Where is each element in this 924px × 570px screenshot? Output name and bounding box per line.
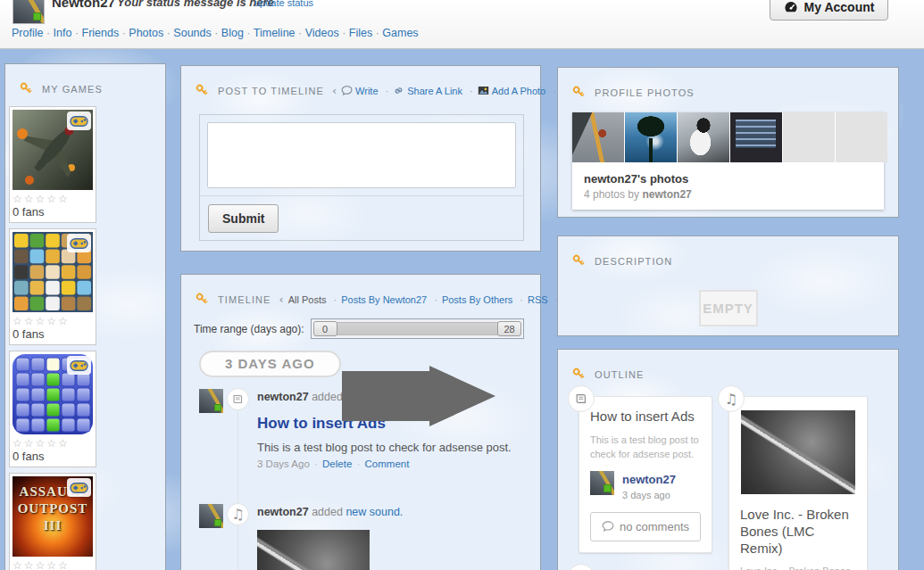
key-icon (571, 367, 587, 382)
filter-posts-by-others[interactable]: Posts By Others (442, 294, 523, 305)
my-account-button[interactable]: My Account (770, 0, 888, 21)
post-meta: 3 Days Ago Delete Comment (257, 458, 540, 469)
nav-games[interactable]: Games (382, 27, 418, 39)
outline-author-avatar[interactable] (590, 471, 614, 495)
game-title-text: III (44, 517, 62, 534)
album-title[interactable]: newton27's photos (572, 162, 884, 186)
filter-all-posts[interactable]: All Posts (288, 294, 337, 305)
post-timestamp: 3 Days Ago (257, 458, 320, 469)
nav-files[interactable]: Files (349, 27, 383, 39)
game-rating-stars[interactable]: ☆☆☆☆☆ (12, 559, 93, 570)
outline-post-time: 3 days ago (622, 490, 676, 500)
submit-button[interactable]: Submit (208, 204, 279, 233)
no-comments-button[interactable]: no comments (590, 512, 701, 541)
write-action[interactable]: Write (341, 85, 388, 96)
comment-post-link[interactable]: Comment (365, 458, 410, 469)
photo-album-card[interactable]: newton27's photos 4 photos by newton27 (572, 112, 884, 210)
post-object-link[interactable]: new sound. (345, 506, 403, 518)
timeline-post-blog: newton27 added new blog. How to insert A… (181, 388, 540, 469)
status-message: Your status message is here (117, 0, 274, 9)
profile-nav: ProfileInfoFriendsPhotosSoundsBlogTimeli… (12, 27, 419, 39)
add-photo-action[interactable]: Add A Photo (478, 85, 556, 96)
game-title-text: OUTPOST (18, 500, 88, 517)
nav-blog[interactable]: Blog (221, 27, 254, 39)
outline-music-subtitle: Love Inc. - Broken Bones (LMC Remix) (740, 564, 856, 570)
slider-track[interactable] (314, 322, 520, 335)
key-icon (195, 292, 210, 307)
user-avatar[interactable] (12, 0, 45, 24)
photo-thumbnail[interactable] (730, 112, 782, 162)
post-actions-scroller: ‹ Write Share A Link Add A Photo ♫ › (332, 84, 579, 97)
scroll-left-icon[interactable]: ‹ (279, 293, 284, 306)
game-card[interactable]: ☆☆☆☆☆ 0 fans (9, 106, 96, 223)
update-status-link[interactable]: update status (254, 0, 313, 8)
online-status-indicator (214, 404, 221, 411)
filter-rss[interactable]: RSS (528, 294, 558, 305)
comment-bubble-icon (602, 520, 614, 533)
outline-blog-excerpt: This is a test blog post to check for ad… (590, 433, 701, 462)
blog-post-type-icon (227, 388, 249, 410)
post-object-link[interactable]: new blog. (345, 391, 394, 403)
blog-badge-icon (568, 385, 595, 412)
game-rating-stars[interactable]: ☆☆☆☆☆ (12, 315, 93, 327)
outline-blog-title-link[interactable]: How to insert Ads (590, 409, 695, 424)
video-badge-icon (568, 564, 595, 570)
album-meta: 4 photos by newton27 (572, 186, 884, 201)
game-card[interactable]: ☆☆☆☆☆ 0 fans (9, 351, 96, 467)
nav-timeline[interactable]: Timeline (254, 27, 305, 39)
post-author-name[interactable]: newton27 (257, 391, 309, 403)
gamepad-badge-icon (67, 112, 91, 130)
post-author-avatar[interactable] (199, 389, 223, 413)
my-games-title: MY GAMES (42, 84, 103, 95)
outline-music-title-link[interactable]: Love Inc. - Broken Bones (LMC Remix) (740, 507, 856, 557)
outline-music-card[interactable]: ♫ Love Inc. - Broken Bones (LMC Remix) L… (728, 396, 868, 570)
filter-posts-by-newton27[interactable]: Posts By Newton27 (341, 294, 437, 305)
nav-videos[interactable]: Videos (305, 27, 349, 39)
photo-thumbnail[interactable] (572, 112, 624, 162)
game-fans-count: 0 fans (12, 327, 93, 342)
game-card[interactable]: ASSAULT OUTPOST III ☆☆☆☆☆ 0 fans (9, 473, 96, 570)
key-icon (571, 253, 587, 268)
sound-artwork-image[interactable] (257, 530, 370, 570)
photo-thumbnail[interactable] (678, 112, 729, 162)
outline-blog-card[interactable]: How to insert Ads This is a test blog po… (579, 396, 712, 553)
nav-friends[interactable]: Friends (82, 27, 129, 39)
username: Newton27 (52, 0, 115, 10)
delete-post-link[interactable]: Delete (322, 458, 352, 469)
write-label: Write (355, 86, 378, 96)
album-author[interactable]: newton27 (642, 188, 691, 201)
scroll-left-icon[interactable]: ‹ (332, 84, 337, 97)
timeline-panel: TIMELINE ‹ All Posts Posts By Newton27 P… (180, 274, 541, 570)
timeline-filters: ‹ All Posts Posts By Newton27 Posts By O… (279, 293, 575, 306)
outline-title: OUTLINE (595, 369, 644, 380)
blog-post-title-link[interactable]: How to insert Ads (257, 415, 540, 433)
post-input[interactable] (207, 122, 516, 188)
timeline-posts: newton27 added new blog. How to insert A… (181, 388, 540, 570)
nav-info[interactable]: Info (54, 27, 82, 39)
gamepad-badge-icon (67, 234, 91, 252)
photo-thumbnails (572, 112, 884, 162)
nav-photos[interactable]: Photos (129, 27, 173, 39)
timeline-post-sound: ♫ newton27 added new sound. (181, 503, 540, 570)
photo-thumbnail[interactable] (625, 112, 677, 162)
post-author-avatar[interactable] (199, 504, 223, 528)
gamepad-badge-icon (67, 356, 91, 375)
game-card[interactable]: ☆☆☆☆☆ 0 fans (9, 228, 96, 345)
slider-handle-min[interactable]: 0 (313, 321, 337, 336)
post-form: Submit (199, 114, 524, 241)
time-range-slider[interactable]: 0 28 (311, 318, 524, 339)
game-rating-stars[interactable]: ☆☆☆☆☆ (12, 437, 93, 450)
key-icon (19, 81, 34, 96)
post-summary: newton27 added new blog. (257, 388, 540, 403)
post-author-name[interactable]: newton27 (257, 506, 309, 518)
outline-author-name[interactable]: newton27 (622, 473, 676, 486)
description-panel: DESCRIPTION EMPTY (557, 235, 899, 336)
slider-handle-max[interactable]: 28 (497, 321, 521, 336)
post-panel-title: POST TO TIMELINE (218, 86, 324, 96)
share-link-action[interactable]: Share A Link (393, 85, 472, 96)
game-rating-stars[interactable]: ☆☆☆☆☆ (12, 193, 93, 205)
nav-profile[interactable]: Profile (12, 27, 54, 39)
music-artwork-image[interactable] (741, 410, 855, 494)
post-summary: newton27 added new sound. (257, 503, 540, 518)
nav-sounds[interactable]: Sounds (173, 27, 221, 39)
